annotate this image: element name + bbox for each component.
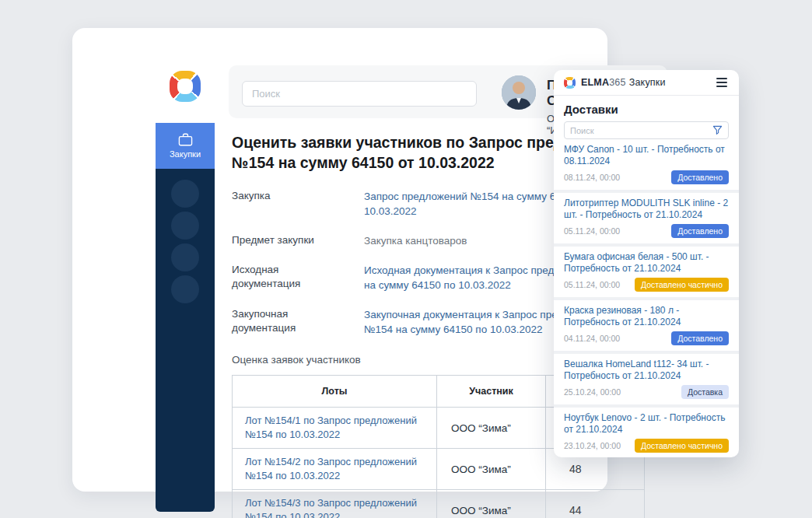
panel-header: ELMA365Закупки — [554, 70, 739, 96]
sidebar-placeholder-item[interactable] — [171, 212, 199, 240]
panel-title: Доставки — [564, 103, 729, 116]
delivery-meta: 05.11.24, 00:00 Доставлено частично — [564, 278, 729, 292]
status-badge: Доставка — [681, 385, 729, 399]
panel-brand: ELMA365Закупки — [581, 77, 666, 88]
delivery-meta: 23.10.24, 00:00 Доставлено частично — [564, 439, 729, 453]
brand-app: Закупки — [629, 77, 666, 88]
delivery-date: 25.10.24, 00:00 — [564, 387, 621, 397]
delivery-item: Ноутбук Lenovo - 2 шт. - Потребность от … — [564, 408, 729, 457]
panel-body: Доставки МФУ Canon - 10 шт. - Потребност… — [554, 103, 739, 457]
participant-cell: ООО “Зима” — [437, 490, 546, 518]
elma-logo-small-icon — [564, 77, 576, 89]
lot-link[interactable]: Лот №154/3 по Запрос предложений №154 по… — [233, 490, 437, 518]
delivery-item: Литотриптер MODULITH SLK inline - 2 шт. … — [564, 193, 729, 243]
status-badge: Доставлено — [671, 331, 729, 345]
user-avatar[interactable] — [502, 75, 536, 110]
brand-suffix: 365 — [609, 77, 625, 88]
delivery-meta: 08.11.24, 00:00 Доставлено — [564, 170, 729, 184]
delivery-date: 08.11.24, 00:00 — [564, 173, 620, 182]
delivery-title-link[interactable]: Краска резиновая - 180 л - Потребность о… — [564, 305, 729, 328]
menu-hamburger-icon[interactable] — [715, 76, 729, 89]
sidebar-item-zakupki[interactable]: Закупки — [156, 123, 215, 169]
field-label: Закупочная доументация — [232, 307, 348, 337]
delivery-date: 23.10.24, 00:00 — [564, 441, 621, 450]
sidebar-nav: Закупки — [156, 123, 215, 512]
score-cell: 44 — [546, 490, 645, 518]
field-label: Предмет закупки — [232, 233, 348, 248]
global-search-field[interactable] — [242, 81, 477, 107]
deliveries-search-input[interactable] — [570, 126, 712, 135]
brand-bold: ELMA — [581, 77, 609, 88]
status-badge: Доставлено частично — [635, 278, 729, 292]
sidebar-placeholder-item[interactable] — [171, 180, 199, 208]
lot-link[interactable]: Лот №154/1 по Запрос предложений №154 по… — [233, 408, 437, 449]
sidebar-placeholder-item[interactable] — [171, 275, 199, 303]
deliveries-search-field[interactable] — [564, 121, 729, 139]
column-header-participant: Участник — [437, 376, 546, 408]
delivery-item: МФУ Canon - 10 шт. - Потребность от 08.1… — [564, 139, 729, 190]
delivery-title-link[interactable]: МФУ Canon - 10 шт. - Потребность от 08.1… — [564, 144, 729, 167]
sidebar-item-label: Закупки — [170, 149, 201, 159]
participant-cell: ООО “Зима” — [437, 449, 546, 490]
column-header-lots: Лоты — [233, 376, 437, 408]
filter-funnel-icon[interactable] — [712, 125, 723, 135]
delivery-date: 04.11.24, 00:00 — [564, 334, 620, 343]
delivery-meta: 05.11.24, 00:00 Доставлено — [564, 224, 729, 238]
delivery-date: 05.11.24, 00:00 — [564, 280, 620, 289]
delivery-item: Вешалка HomeLand t112- 34 шт. - Потребно… — [564, 354, 729, 404]
delivery-title-link[interactable]: Бумага офисная белая - 500 шт. - Потребн… — [564, 251, 729, 275]
lot-link[interactable]: Лот №154/2 по Запрос предложений №154 по… — [233, 449, 437, 490]
delivery-meta: 04.11.24, 00:00 Доставлено — [564, 331, 729, 345]
briefcase-icon — [178, 133, 193, 146]
elma-logo-icon — [170, 71, 201, 102]
table-row: Лот №154/3 по Запрос предложений №154 по… — [233, 490, 645, 518]
search-input[interactable] — [252, 88, 467, 100]
deliveries-list: МФУ Canon - 10 шт. - Потребность от 08.1… — [564, 139, 729, 457]
avatar-photo-icon — [502, 75, 536, 110]
sidebar-placeholder-item[interactable] — [171, 243, 199, 271]
delivery-meta: 25.10.24, 00:00 Доставка — [564, 385, 729, 399]
status-badge: Доставлено частично — [635, 439, 729, 453]
delivery-title-link[interactable]: Литотриптер MODULITH SLK inline - 2 шт. … — [564, 198, 729, 221]
delivery-title-link[interactable]: Ноутбук Lenovo - 2 шт. - Потребность от … — [564, 412, 729, 436]
app-window: Петров Семён ООО “Инвест” Закупки — [72, 28, 607, 492]
delivery-item: Краска резиновая - 180 л - Потребность о… — [564, 300, 729, 351]
screen: Петров Семён ООО “Инвест” Закупки — [0, 0, 812, 518]
status-badge: Доставлено — [671, 224, 729, 238]
field-label: Закупка — [232, 189, 348, 219]
field-label: Исходная документация — [232, 263, 348, 292]
status-badge: Доставлено — [671, 170, 729, 184]
participant-cell: ООО “Зима” — [437, 408, 546, 449]
delivery-date: 05.11.24, 00:00 — [564, 226, 620, 236]
delivery-item: Бумага офисная белая - 500 шт. - Потребн… — [564, 247, 729, 297]
delivery-title-link[interactable]: Вешалка HomeLand t112- 34 шт. - Потребно… — [564, 359, 729, 382]
deliveries-panel: ELMA365Закупки Доставки МФУ Canon - 10 — [554, 70, 739, 457]
